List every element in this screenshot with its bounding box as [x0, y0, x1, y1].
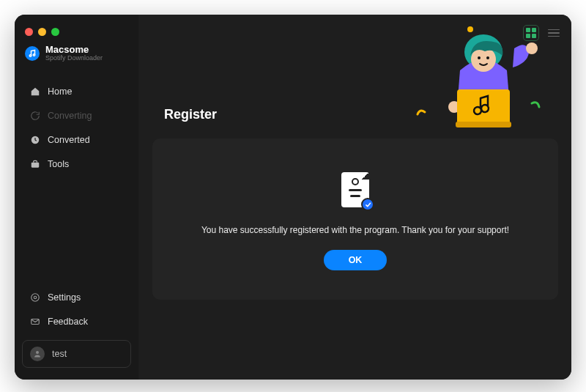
sidebar: Macsome Spotify Downloader Home Converti… — [15, 15, 139, 380]
success-message: You have successfully registered with th… — [201, 225, 509, 235]
svg-point-5 — [31, 293, 39, 301]
toolbox-icon — [29, 158, 40, 169]
brand-subtitle: Spotify Downloader — [45, 55, 103, 62]
register-success-card: You have successfully registered with th… — [152, 138, 558, 300]
brand-name: Macsome — [45, 45, 103, 55]
svg-rect-3 — [31, 162, 39, 167]
grid-view-icon[interactable] — [523, 25, 539, 41]
main-content: Register You have successfully registere… — [139, 15, 571, 380]
secondary-nav: Settings Feedback — [15, 283, 138, 336]
primary-nav: Home Converting Converted Tools — [15, 77, 138, 178]
document-check-icon — [341, 172, 369, 207]
svg-point-4 — [34, 296, 37, 299]
sidebar-item-tools[interactable]: Tools — [21, 152, 133, 175]
svg-point-11 — [471, 47, 496, 72]
sidebar-item-label: Home — [48, 86, 72, 97]
brand: Macsome Spotify Downloader — [15, 45, 138, 77]
page-title: Register — [164, 107, 558, 122]
sidebar-item-home[interactable]: Home — [21, 80, 133, 103]
avatar-icon — [30, 347, 45, 361]
sidebar-item-converting: Converting — [21, 104, 133, 127]
svg-point-8 — [467, 26, 473, 32]
app-window: Macsome Spotify Downloader Home Converti… — [15, 15, 571, 380]
maximize-window-button[interactable] — [51, 28, 59, 36]
sidebar-item-settings[interactable]: Settings — [21, 286, 133, 308]
sidebar-item-label: Settings — [48, 292, 81, 303]
settings-icon — [29, 292, 40, 303]
window-controls — [15, 23, 138, 45]
clock-icon — [29, 134, 40, 145]
minimize-window-button[interactable] — [38, 28, 46, 36]
sidebar-item-label: Feedback — [48, 317, 88, 327]
ok-button[interactable]: OK — [324, 250, 387, 270]
svg-point-7 — [36, 351, 39, 354]
brand-logo-icon — [25, 46, 40, 61]
close-window-button[interactable] — [25, 28, 33, 36]
svg-point-10 — [526, 42, 538, 54]
svg-point-13 — [486, 56, 489, 59]
hamburger-menu-icon[interactable] — [548, 29, 560, 37]
top-right-controls — [523, 25, 560, 41]
home-icon — [29, 86, 40, 97]
mail-icon — [29, 316, 40, 327]
converting-icon — [29, 110, 40, 121]
svg-point-0 — [29, 55, 31, 57]
sidebar-item-converted[interactable]: Converted — [21, 128, 133, 151]
sidebar-item-label: Converted — [48, 135, 90, 145]
sidebar-item-label: Tools — [48, 159, 69, 169]
svg-rect-16 — [456, 122, 511, 127]
svg-point-1 — [33, 54, 35, 56]
svg-point-9 — [464, 34, 502, 70]
svg-point-12 — [478, 56, 481, 59]
user-name: test — [52, 349, 67, 359]
sidebar-item-feedback[interactable]: Feedback — [21, 310, 133, 333]
sidebar-item-label: Converting — [48, 111, 92, 121]
user-chip[interactable]: test — [22, 340, 131, 368]
